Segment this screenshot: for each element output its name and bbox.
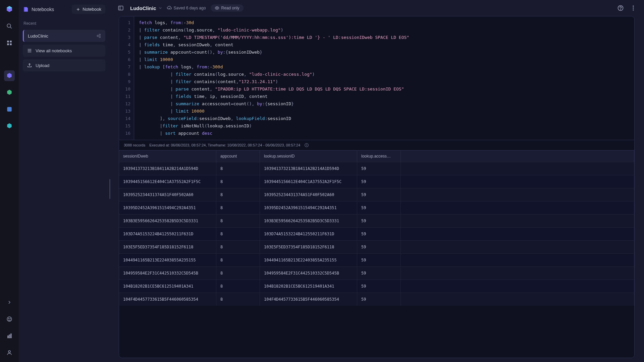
table-row[interactable]: 1039445156612E404C1A37552A2F1F5C81039445…	[119, 175, 634, 188]
main-area: LudoClinic Saved 6 days ago Read only 12…	[109, 0, 644, 362]
table-cell: 8	[216, 280, 260, 293]
svg-rect-12	[11, 334, 11, 338]
view-all-notebooks-button[interactable]: View all notebooks	[23, 45, 105, 57]
upload-button[interactable]: Upload	[23, 59, 105, 71]
apps-grid-icon[interactable]	[4, 38, 15, 48]
table-row[interactable]: 10395D2452A3961515494C292A4351810395D245…	[119, 201, 634, 214]
table-cell	[401, 162, 634, 175]
resize-handle[interactable]	[109, 179, 110, 199]
search-icon[interactable]	[4, 21, 15, 32]
help-icon[interactable]	[616, 4, 625, 12]
notebook-item-current[interactable]: LudoClinic	[23, 30, 105, 42]
table-cell: 59	[357, 162, 401, 175]
svg-point-27	[621, 9, 621, 10]
table-row[interactable]: 1044941165B213E22403855A2351558104494116…	[119, 253, 634, 266]
column-header[interactable]: appcount	[216, 150, 260, 162]
table-cell	[401, 254, 634, 266]
nav-app-blue-icon[interactable]	[4, 104, 15, 115]
table-body: 103941373213B18411A2B214A1D594D810394137…	[119, 162, 634, 306]
table-row[interactable]: 103E5F5ED37354F185D18152F61188103E5F5ED3…	[119, 240, 634, 253]
app-logo-icon[interactable]	[4, 4, 15, 15]
table-cell: 103E5F5ED37354F185D18152F6118	[119, 241, 216, 253]
table-row[interactable]: 103941373213B18411A2B214A1D594D810394137…	[119, 162, 634, 175]
feedback-icon[interactable]	[4, 314, 15, 324]
table-cell: 1039445156612E404C1A37552A2F1F5C	[119, 175, 216, 188]
table-row[interactable]: 104F4D4457733615B5F4460605853548104F4D44…	[119, 293, 634, 306]
table-cell: 104959584E2F31C442510332C5D545B	[260, 267, 357, 280]
table-cell: 1039445156612E404C1A37552A2F1F5C	[260, 175, 357, 188]
table-cell: 8	[216, 254, 260, 266]
saved-status: Saved 6 days ago	[167, 6, 206, 10]
table-cell	[401, 175, 634, 188]
table-cell: 104959584E2F31C442510332C5D545B	[119, 267, 216, 280]
table-cell: 103941373213B18411A2B214A1D594D	[260, 162, 357, 175]
svg-point-19	[99, 36, 100, 38]
table-cell: 59	[357, 228, 401, 240]
table-cell: 103D74A5153224B412550211F631D	[119, 228, 216, 240]
code-editor[interactable]: 12345678910111213141516 fetch logs, from…	[119, 16, 634, 140]
nav-hex-teal-icon[interactable]	[4, 121, 15, 131]
svg-point-30	[633, 9, 634, 10]
table-row[interactable]: 103B3E59566264253582B5D3C5D33318103B3E59…	[119, 214, 634, 227]
svg-rect-3	[10, 41, 12, 42]
table-header: sessionIDwebappcountlookup.sessionIDlook…	[119, 150, 634, 162]
svg-point-7	[7, 317, 12, 321]
recent-label: Recent	[23, 21, 105, 26]
column-header[interactable]: lookup.access…	[357, 150, 401, 162]
table-row[interactable]: 104B18202B1CE5BC612519401A3418104B18202B…	[119, 280, 634, 293]
svg-rect-14	[24, 7, 24, 12]
table-cell: 103E5F5ED37354F185D18152F6118	[260, 241, 357, 253]
table-cell: 8	[216, 215, 260, 227]
more-menu-icon[interactable]	[629, 4, 637, 12]
new-notebook-button[interactable]: Notebook	[72, 5, 105, 14]
table-row[interactable]: 1039525234431374A51F40F502A6081039525234…	[119, 188, 634, 201]
table-cell: 59	[357, 241, 401, 253]
table-cell	[401, 241, 634, 253]
table-cell: 59	[357, 215, 401, 227]
content-area: 12345678910111213141516 fetch logs, from…	[109, 16, 644, 362]
table-cell: 8	[216, 241, 260, 253]
chevron-down-icon	[158, 6, 162, 10]
expand-rail-icon[interactable]	[4, 297, 15, 308]
table-cell	[401, 267, 634, 280]
table-cell: 1039525234431374A51F40F502A60	[260, 188, 357, 201]
svg-point-29	[633, 7, 634, 8]
table-cell: 103D74A5153224B412550211F631D	[260, 228, 357, 240]
svg-rect-4	[7, 44, 9, 45]
table-cell: 59	[357, 254, 401, 266]
query-cell: 12345678910111213141516 fetch logs, from…	[119, 16, 635, 358]
svg-rect-10	[8, 336, 8, 338]
notebooks-label: Notebooks	[32, 7, 54, 12]
table-cell: 8	[216, 201, 260, 214]
nav-notebook-icon[interactable]	[4, 70, 15, 81]
table-cell: 1044941165B213E22403855A235155	[119, 254, 216, 266]
activity-icon[interactable]	[4, 330, 15, 341]
svg-line-1	[10, 27, 12, 28]
notebooks-link[interactable]: Notebooks	[23, 6, 54, 12]
code-lines[interactable]: fetch logs, from:-30d| filter contains(l…	[134, 16, 634, 140]
upload-label: Upload	[36, 63, 49, 68]
line-gutter: 12345678910111213141516	[119, 16, 134, 140]
column-header[interactable]: lookup.sessionID	[260, 150, 357, 162]
nav-cube-green-icon[interactable]	[4, 87, 15, 98]
table-cell: 59	[357, 201, 401, 214]
table-row[interactable]: 104959584E2F31C442510332C5D545B810495958…	[119, 266, 634, 280]
table-cell: 8	[216, 175, 260, 188]
table-cell: 1044941165B213E22403855A235155	[260, 254, 357, 266]
table-cell: 8	[216, 162, 260, 175]
column-header[interactable]: sessionIDweb	[119, 150, 216, 162]
notebook-title[interactable]: LudoClinic	[130, 5, 162, 11]
table-row[interactable]: 103D74A5153224B412550211F631D8103D74A515…	[119, 227, 634, 240]
info-icon[interactable]	[304, 143, 309, 147]
icon-rail	[0, 0, 19, 362]
svg-rect-11	[9, 335, 10, 338]
column-header[interactable]	[401, 150, 634, 162]
results-table[interactable]: sessionIDwebappcountlookup.sessionIDlook…	[119, 150, 634, 358]
eye-icon	[215, 6, 219, 10]
user-account-icon[interactable]	[4, 347, 15, 358]
notebook-item-name: LudoClinic	[28, 34, 48, 39]
table-cell: 103B3E59566264253582B5D3C5D3331	[119, 215, 216, 227]
table-cell: 59	[357, 267, 401, 280]
status-row: 3088 records Executed at: 06/06/2023, 08…	[119, 140, 634, 150]
toggle-sidebar-icon[interactable]	[116, 3, 125, 13]
